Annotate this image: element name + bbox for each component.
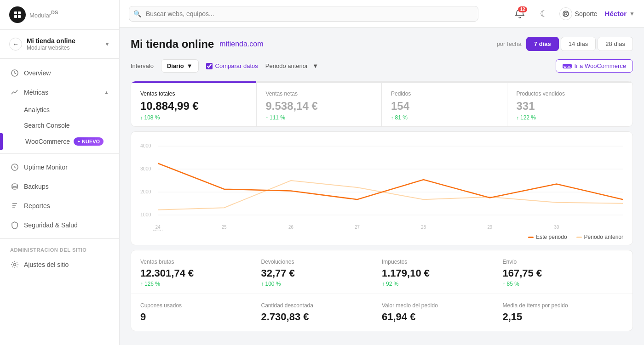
search-input[interactable] <box>129 6 478 22</box>
sidebar-label-search-console: Search Console <box>24 122 70 129</box>
sidebar-item-search-console[interactable]: Search Console <box>0 118 119 133</box>
sidebar-item-uptime-monitor[interactable]: Uptime Monitor <box>0 158 119 177</box>
date-filter-label: por fecha <box>497 40 522 47</box>
sidebar: ModularDS ← Mi tienda online Modular web… <box>0 0 120 345</box>
sidebar-item-metricas[interactable]: Métricas ▲ <box>0 83 119 102</box>
stat-change-3: ↑ 122 % <box>517 114 624 121</box>
svg-text:25: 25 <box>222 225 227 230</box>
site-selector[interactable]: ← Mi tienda online Modular websites ▼ <box>0 30 119 59</box>
legend-prev: Periodo anterior <box>576 234 623 240</box>
topbar: 🔍 12 ☾ Soporte Héctor ▼ <box>120 0 644 28</box>
sidebar-nav: Overview Métricas ▲ Analytics Search Con… <box>0 59 119 345</box>
stat-card-productos-vendidos: Productos vendidos 331 ↑ 122 % <box>507 81 633 126</box>
sidebar-item-analytics[interactable]: Analytics <box>0 102 119 118</box>
logo-area: ModularDS <box>0 0 119 30</box>
compare-checkbox[interactable] <box>206 63 213 69</box>
bstat-label-6: Valor medio del pedido <box>382 302 503 309</box>
svg-text:27: 27 <box>355 225 360 230</box>
periodo-label: Periodo anterior <box>265 62 308 69</box>
toolbar-left: Intervalo Diario ▼ Comparar datos Period… <box>131 59 318 73</box>
bstat-arrow-3: ↑ <box>503 281 506 287</box>
toolbar: Intervalo Diario ▼ Comparar datos Period… <box>131 59 633 73</box>
bstat-value-3: 167,75 € <box>503 267 624 279</box>
search-icon: 🔍 <box>133 10 141 17</box>
sidebar-item-woocommerce[interactable]: WooCommerce NUEVO <box>1 133 119 150</box>
theme-toggle-button[interactable]: ☾ <box>535 6 552 22</box>
bstat-change-2: ↑ 92 % <box>382 281 503 287</box>
search-wrap: 🔍 <box>129 6 478 22</box>
svg-text:WOO: WOO <box>564 65 572 68</box>
sidebar-item-backups[interactable]: Backups <box>0 177 119 196</box>
support-button[interactable]: Soporte <box>559 7 598 20</box>
page-title: Mi tienda online <box>131 38 214 51</box>
bstat-change-0: ↑ 126 % <box>140 281 261 287</box>
bstat-impuestos: Impuestos 1.179,10 € ↑ 92 % <box>382 259 503 287</box>
svg-point-6 <box>12 184 17 187</box>
date-14d-button[interactable]: 14 días <box>561 37 596 51</box>
back-button[interactable]: ← <box>9 38 22 51</box>
svg-rect-3 <box>18 15 21 18</box>
sidebar-item-ajustes[interactable]: Ajustes del sitio <box>0 255 119 274</box>
date-28d-button[interactable]: 28 días <box>598 37 633 51</box>
admin-section-label: ADMINISTRACION DEL SITIO <box>0 243 119 255</box>
bstat-label-7: Media de ítems por pedido <box>503 302 624 309</box>
legend-current: Este periodo <box>528 234 567 240</box>
svg-text:NOV: NOV <box>153 229 163 231</box>
overview-icon <box>10 68 19 78</box>
sidebar-item-reportes[interactable]: Reportes <box>0 196 119 215</box>
content-area: Mi tienda online mitienda.com por fecha … <box>120 28 644 345</box>
bstat-cupones: Cupones usados 9 <box>140 302 261 324</box>
bstat-label-4: Cupones usados <box>140 302 261 309</box>
date-7d-button[interactable]: 7 días <box>526 37 559 51</box>
bstat-arrow-1: ↑ <box>261 281 264 287</box>
bstat-ventas-brutas: Ventas brutas 12.301,74 € ↑ 126 % <box>140 259 261 287</box>
stat-card-top-bar-1 <box>257 81 382 83</box>
bstat-value-4: 9 <box>140 311 261 323</box>
arrow-up-icon-0: ↑ <box>140 115 143 120</box>
svg-rect-2 <box>14 15 17 18</box>
periodo-select[interactable]: Periodo anterior ▼ <box>265 62 318 69</box>
sidebar-label-woocommerce: WooCommerce <box>25 138 70 145</box>
stat-card-top-bar <box>131 81 256 83</box>
svg-text:3000: 3000 <box>140 166 151 171</box>
sidebar-item-seguridad[interactable]: Seguridad & Salud <box>0 215 119 235</box>
arrow-up-icon-1: ↑ <box>266 115 269 120</box>
nav-divider-1 <box>0 153 119 154</box>
bstat-arrow-0: ↑ <box>140 281 143 287</box>
bstat-label-1: Devoluciones <box>261 259 382 265</box>
logo-icon <box>9 6 26 23</box>
user-menu-button[interactable]: Héctor ▼ <box>605 10 635 17</box>
bstat-value-1: 32,77 € <box>261 267 382 279</box>
metricas-chevron-icon: ▲ <box>104 90 109 95</box>
sidebar-item-overview[interactable]: Overview <box>0 63 119 83</box>
compare-checkbox-label[interactable]: Comparar datos <box>206 62 258 69</box>
bstat-value-0: 12.301,74 € <box>140 267 261 279</box>
sidebar-label-overview: Overview <box>24 69 51 77</box>
user-name: Héctor <box>605 10 627 17</box>
stat-value-1: 9.538,14 € <box>266 100 373 113</box>
nav-divider-2 <box>0 238 119 239</box>
sidebar-label-backups: Backups <box>24 183 49 190</box>
sidebar-label-seguridad: Seguridad & Salud <box>24 221 78 229</box>
svg-text:4000: 4000 <box>140 143 151 148</box>
svg-rect-1 <box>18 11 21 14</box>
legend-prev-label: Periodo anterior <box>584 234 623 240</box>
topbar-right: 12 ☾ Soporte Héctor ▼ <box>512 6 635 22</box>
sidebar-label-uptime: Uptime Monitor <box>24 164 68 171</box>
svg-rect-0 <box>14 11 17 14</box>
interval-select[interactable]: Diario ▼ <box>161 59 199 73</box>
sidebar-label-metricas: Métricas <box>24 89 48 96</box>
interval-label: Intervalo <box>131 62 154 69</box>
stat-change-1: ↑ 111 % <box>266 114 373 121</box>
stat-card-ventas-totales: Ventas totales 10.884,99 € ↑ 108 % <box>131 81 257 126</box>
bstat-label-3: Envío <box>503 259 624 265</box>
notifications-button[interactable]: 12 <box>512 6 528 22</box>
svg-point-7 <box>14 264 16 266</box>
bstat-label-5: Cantidad descontada <box>261 302 382 309</box>
legend-dot-prev <box>576 237 582 238</box>
page-domain: mitienda.com <box>219 40 263 48</box>
stat-label-1: Ventas netas <box>266 90 373 97</box>
woocommerce-link-button[interactable]: WOO Ir a WooCommerce <box>556 59 633 73</box>
legend-current-label: Este periodo <box>536 234 567 240</box>
stat-card-top-bar-3 <box>507 81 633 83</box>
